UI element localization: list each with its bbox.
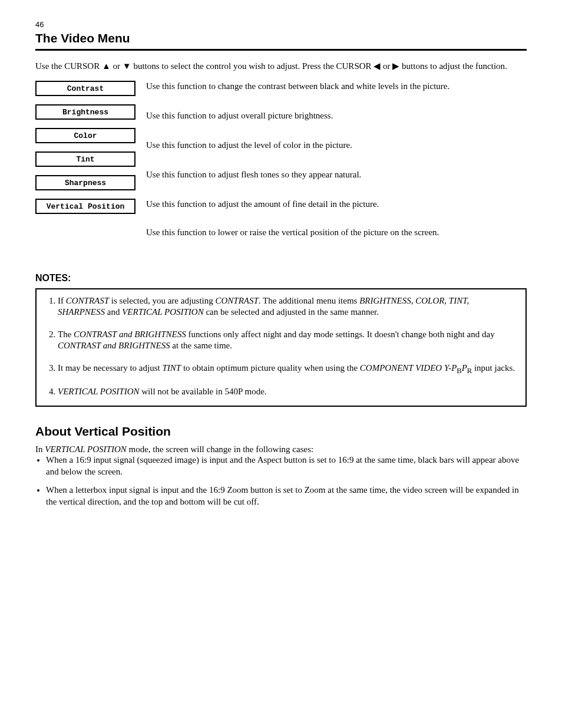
chapter-title: The Video Menu	[35, 31, 527, 45]
note-item: It may be necessary to adjust TINT to ob…	[58, 363, 517, 375]
about-bullet-item: When a letterbox input signal is input a…	[46, 485, 527, 508]
document-page: 46 The Video Menu Use the CURSOR ▲ or ▼ …	[0, 0, 562, 728]
desc-sharpness: Use this function to adjust the amount o…	[146, 197, 527, 227]
desc-tint: Use this function to adjust flesh tones …	[146, 168, 527, 197]
menu-item-color: Color	[35, 128, 135, 143]
about-intro: In VERTICAL POSITION mode, the screen wi…	[35, 444, 527, 454]
right-arrow-icon: ▶	[392, 60, 399, 72]
notes-box: If CONTRAST is selected, you are adjusti…	[35, 288, 527, 407]
about-heading: About Vertical Position	[35, 424, 527, 439]
menu-description-column: Use this function to change the contrast…	[146, 81, 527, 255]
note-item: If CONTRAST is selected, you are adjusti…	[58, 295, 517, 318]
menu-item-column: Contrast Brightness Color Tint Sharpness…	[35, 81, 135, 222]
note-item: The CONTRAST and BRIGHTNESS functions on…	[58, 329, 517, 352]
menu-item-brightness: Brightness	[35, 104, 135, 120]
desc-color: Use this function to adjust the level of…	[146, 139, 527, 168]
menu-definitions: Contrast Brightness Color Tint Sharpness…	[35, 81, 527, 255]
page-number: 46	[35, 20, 527, 29]
desc-contrast: Use this function to change the contrast…	[146, 81, 527, 109]
menu-item-sharpness: Sharpness	[35, 175, 135, 190]
divider	[35, 49, 527, 51]
left-arrow-icon: ◀	[373, 60, 381, 72]
about-bullet-item: When a 16:9 input signal (squeezed image…	[46, 454, 527, 477]
up-arrow-icon: ▲	[102, 60, 111, 72]
menu-item-tint: Tint	[35, 151, 135, 167]
menu-item-contrast: Contrast	[35, 81, 135, 96]
desc-vertical-position: Use this function to lower or raise the …	[146, 227, 527, 255]
desc-brightness: Use this function to adjust overall pict…	[146, 109, 527, 139]
down-arrow-icon: ▼	[123, 60, 131, 72]
menu-item-vertical-position: Vertical Position	[35, 199, 135, 214]
intro-paragraph: Use the CURSOR ▲ or ▼ buttons to select …	[35, 60, 527, 73]
note-item: VERTICAL POSITION will not be available …	[58, 386, 517, 398]
notes-heading: NOTES:	[35, 273, 527, 284]
about-bullets: When a 16:9 input signal (squeezed image…	[35, 454, 527, 508]
